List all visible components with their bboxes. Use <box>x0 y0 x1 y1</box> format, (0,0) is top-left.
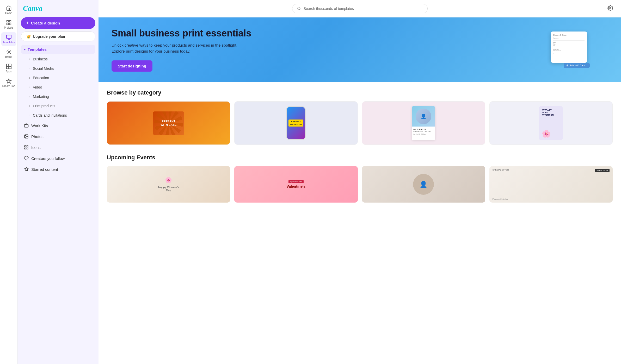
content-area: Browse by category Presentwith ease Pre <box>99 82 621 210</box>
crown-icon: 👑 <box>26 34 31 39</box>
creators-label: Creators you follow <box>31 156 65 161</box>
sidebar-item-apps[interactable]: Apps <box>1 61 16 75</box>
search-box[interactable] <box>292 4 428 13</box>
svg-point-20 <box>297 7 300 10</box>
category-flyers[interactable]: 👤 IVY TURNS 20! Cel inte — La Luna Gala … <box>362 101 485 145</box>
chevron-right-icon: › <box>29 95 30 98</box>
svg-point-21 <box>610 7 611 9</box>
nav-sub-education[interactable]: › Education <box>21 74 95 82</box>
shop-banner-thumb: SPECIAL OFFER SHOP NOW Premium Collectio… <box>489 166 613 203</box>
templates-nav-header[interactable]: ▾ Templates <box>21 45 95 54</box>
svg-rect-18 <box>24 148 26 149</box>
events-grid: 🌸 Happy Women'sDay Special Offer Valenti… <box>107 166 613 203</box>
nav-sub-print[interactable]: › Print products <box>21 102 95 110</box>
chevron-right-icon: › <box>29 85 30 89</box>
nav-work-kits[interactable]: Work Kits <box>21 121 95 130</box>
nav-photos[interactable]: Photos <box>21 132 95 141</box>
chevron-right-icon: › <box>29 76 30 80</box>
search-icon <box>297 7 301 11</box>
poster-title: ATTRACTMOREATTENTION <box>542 109 554 116</box>
upgrade-plan-button[interactable]: 👑 Upgrade your plan <box>21 32 95 41</box>
instagram-thumb: PERFECTYOUR POST <box>235 102 357 145</box>
home-label: Home <box>5 12 12 15</box>
flower-icon: 🌸 <box>542 130 551 137</box>
nav-sub-social-label: Social Media <box>33 66 54 71</box>
brand-label: Brand <box>5 55 12 58</box>
category-instagram[interactable]: PERFECTYOUR POST Instagram Posts (4:5) <box>234 101 358 145</box>
nav-sub-marketing[interactable]: › Marketing <box>21 93 95 101</box>
svg-rect-8 <box>6 64 8 66</box>
work-kits-label: Work Kits <box>31 123 48 128</box>
nav-icons[interactable]: Icons <box>21 143 95 152</box>
starred-label: Starred content <box>31 167 58 172</box>
sidebar-item-templates[interactable]: Templates <box>1 32 16 46</box>
phone-badge: PERFECTYOUR POST <box>288 120 303 127</box>
dreamlab-label: Dream Lab <box>2 85 15 87</box>
flyers-label: Flyers (Portrait 8.5 × 11 in) <box>362 145 485 145</box>
event-womens-day[interactable]: 🌸 Happy Women'sDay <box>107 166 230 203</box>
nav-sub-cards-label: Cards and invitations <box>33 113 67 117</box>
category-posters[interactable]: ATTRACTMOREATTENTION 🌸 Posters (18 × 24 … <box>489 101 613 145</box>
svg-rect-4 <box>6 35 11 39</box>
nav-starred[interactable]: Starred content <box>21 165 95 174</box>
hero-text: Small business print essentials Unlock c… <box>112 28 251 72</box>
valentines-thumb: Special Offer Valentine's <box>234 166 358 203</box>
phone-screen: PERFECTYOUR POST <box>287 107 305 139</box>
svg-rect-16 <box>27 146 28 147</box>
nav-sub-social-media[interactable]: › Social Media <box>21 65 95 72</box>
create-btn-label: Create a design <box>31 21 60 25</box>
nav-sub-print-label: Print products <box>33 104 55 108</box>
chevron-right-icon: › <box>29 114 30 117</box>
svg-rect-12 <box>24 124 28 127</box>
posters-label: Posters (18 × 24 in Portrait) <box>490 145 612 145</box>
icon-sidebar: Home Projects Templates Brand Apps Dream… <box>0 0 18 364</box>
create-design-button[interactable]: + Create a design <box>21 17 95 29</box>
settings-icon[interactable] <box>606 4 615 14</box>
icons-label: Icons <box>31 145 41 150</box>
printer-icon: 🖨 <box>566 64 569 67</box>
svg-rect-17 <box>27 148 28 149</box>
presentation-thumb: Presentwith ease <box>107 102 230 145</box>
nav-sub-business-label: Business <box>33 57 48 61</box>
category-presentations[interactable]: Presentwith ease Presentations (16:9) <box>107 101 230 145</box>
event-neutral[interactable]: 👤 <box>362 166 485 203</box>
poster-card: ATTRACTMOREATTENTION 🌸 <box>539 106 563 140</box>
apps-label: Apps <box>6 70 12 73</box>
nav-sub-video[interactable]: › Video <box>21 83 95 91</box>
projects-label: Projects <box>4 26 13 29</box>
chevron-right-icon: › <box>29 104 30 108</box>
phone-frame: PERFECTYOUR POST <box>286 106 306 140</box>
womens-day-thumb: 🌸 Happy Women'sDay <box>107 166 230 203</box>
event-shop-banner[interactable]: SPECIAL OFFER SHOP NOW Premium Collectio… <box>489 166 613 203</box>
category-grid: Presentwith ease Presentations (16:9) PE… <box>107 101 613 145</box>
templates-nav-label: Templates <box>28 47 47 52</box>
nav-sub-marketing-label: Marketing <box>33 95 49 99</box>
flyer-card: 👤 IVY TURNS 20! Cel inte — La Luna Gala … <box>412 106 435 140</box>
svg-rect-3 <box>7 23 8 25</box>
nav-sub-video-label: Video <box>33 85 42 89</box>
nav-sub-education-label: Education <box>33 76 49 80</box>
search-input[interactable] <box>304 7 423 11</box>
hero-image: Elegant & Clean Spaces Min Int... De... … <box>535 29 608 71</box>
sidebar-item-brand[interactable]: Brand <box>1 47 16 60</box>
upcoming-events-title: Upcoming Events <box>107 154 613 161</box>
hero-description: Unlock creative ways to keep your produc… <box>112 42 247 54</box>
event-valentines[interactable]: Special Offer Valentine's <box>234 166 358 203</box>
svg-rect-15 <box>24 146 26 147</box>
svg-point-14 <box>25 135 26 136</box>
hero-banner: Small business print essentials Unlock c… <box>99 17 621 82</box>
photos-icon <box>24 134 29 139</box>
svg-marker-19 <box>24 167 28 171</box>
start-designing-button[interactable]: Start designing <box>112 60 152 72</box>
sidebar-item-dreamlab[interactable]: Dream Lab <box>1 76 16 90</box>
top-bar <box>99 0 621 17</box>
sidebar-item-projects[interactable]: Projects <box>1 18 16 31</box>
nav-creators[interactable]: Creators you follow <box>21 154 95 163</box>
poster-thumb: ATTRACTMOREATTENTION 🌸 <box>490 102 612 145</box>
nav-sub-business[interactable]: › Business <box>21 55 95 63</box>
chevron-right-icon: › <box>29 67 30 70</box>
svg-point-7 <box>8 51 10 53</box>
nav-sub-cards[interactable]: › Cards and invitations <box>21 111 95 119</box>
chevron-down-icon: ▾ <box>24 48 26 51</box>
sidebar-item-home[interactable]: Home <box>1 3 16 17</box>
